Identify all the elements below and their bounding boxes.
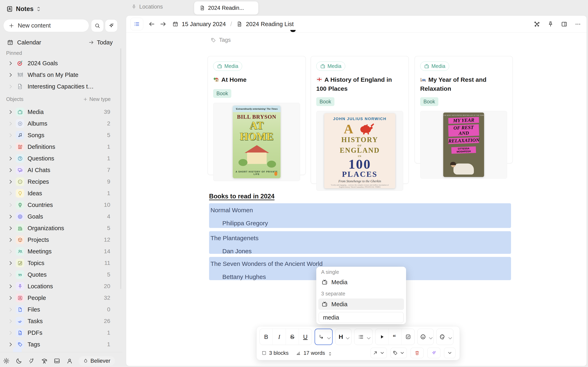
chevron-right-icon[interactable] [8, 180, 12, 184]
link-to-button[interactable] [371, 348, 387, 358]
popup-item-media-separate[interactable]: Media [318, 299, 404, 310]
sidebar-item-goals[interactable]: Goals4 [0, 211, 122, 222]
inbox-tray-icon[interactable] [51, 358, 63, 364]
chevron-right-icon[interactable] [8, 296, 12, 300]
tag-button[interactable] [390, 348, 407, 358]
new-type-button[interactable]: New type [83, 96, 111, 102]
quote-block-button[interactable]: “ [389, 329, 402, 345]
book-author[interactable]: Philippa Gregory [222, 220, 511, 227]
new-content-button[interactable]: New content [3, 19, 89, 32]
media-type-chip[interactable]: Media [213, 62, 242, 71]
chevron-right-icon[interactable] [8, 331, 12, 334]
book-title[interactable]: Normal Women [210, 207, 511, 214]
sidebar-item-countries[interactable]: Countries10 [0, 200, 122, 210]
tags-property-row[interactable]: Tags [210, 37, 231, 43]
sidebar-item-organizations[interactable]: Organizations5 [0, 223, 122, 234]
toggle-block-button[interactable] [375, 329, 389, 345]
strikethrough-button[interactable]: S [286, 329, 299, 345]
tab-locations[interactable]: Locations [131, 4, 163, 10]
card-title[interactable]: At Home [213, 76, 300, 85]
chevron-right-icon[interactable] [8, 238, 12, 242]
more-options-icon[interactable] [575, 21, 581, 27]
book-tag-chip[interactable]: Book [316, 97, 334, 106]
collapse-toolbar-button[interactable] [444, 348, 456, 358]
graph-view-icon[interactable] [534, 21, 540, 27]
pinned-item-what-s-on-my-plate[interactable]: What's on My Plate [0, 69, 122, 80]
pinned-item-interesting-capacities-thin-[interactable]: Interesting Capacities thin... [0, 81, 122, 92]
book-title[interactable]: The Seven Wonders of the Ancient World [210, 260, 511, 267]
workspace-switcher[interactable]: Notes [6, 5, 41, 13]
sidebar-item-locations[interactable]: Locations20 [0, 281, 122, 292]
chevron-right-icon[interactable] [8, 73, 12, 77]
chevron-right-icon[interactable] [8, 319, 12, 323]
sidebar-item-projects[interactable]: Projects12 [0, 234, 122, 245]
whats-new-sparkle-icon[interactable] [25, 358, 38, 364]
chevron-right-icon[interactable] [8, 261, 12, 265]
split-panel-icon[interactable] [561, 21, 568, 27]
chevron-right-icon[interactable] [8, 61, 12, 65]
section-heading[interactable]: Books to read in 2024 [209, 193, 274, 200]
sidebar-item-questions[interactable]: Questions1 [0, 153, 122, 164]
pinned-item-2024-goals[interactable]: 2024 Goals [0, 58, 122, 69]
turn-into-button[interactable] [315, 329, 333, 345]
checkbox-block-button[interactable] [402, 329, 415, 345]
ai-assist-button[interactable] [427, 348, 440, 358]
chevron-right-icon[interactable] [8, 226, 12, 230]
media-type-chip[interactable]: Media [420, 62, 449, 71]
chevron-right-icon[interactable] [8, 273, 12, 276]
forward-arrow-icon[interactable] [160, 21, 167, 27]
emoji-button[interactable] [417, 329, 434, 345]
account-user-icon[interactable] [63, 358, 76, 364]
settings-gear-icon[interactable] [0, 358, 13, 364]
chevron-right-icon[interactable] [8, 250, 12, 253]
sidebar-toggle-button[interactable] [130, 18, 143, 30]
book-tag-chip[interactable]: Book [213, 89, 231, 98]
chevron-right-icon[interactable] [8, 157, 12, 160]
selected-book-block[interactable]: Normal WomenPhilippa Gregory [209, 203, 511, 228]
sidebar-item-meetings[interactable]: Meetings14 [0, 246, 122, 257]
back-arrow-icon[interactable] [148, 21, 155, 27]
breadcrumb-title[interactable]: 2024 Reading List [246, 21, 294, 27]
chevron-right-icon[interactable] [8, 85, 12, 88]
chevron-right-icon[interactable] [8, 168, 12, 172]
sidebar-item-quotes[interactable]: 99Quotes5 [0, 269, 122, 280]
book-title[interactable]: The Plantagenets [210, 234, 511, 242]
chevron-right-icon[interactable] [8, 133, 12, 137]
sidebar-item-ai-chats[interactable]: AI Chats7 [0, 165, 122, 175]
media-type-chip[interactable]: Media [316, 62, 345, 71]
sidebar-item-definitions[interactable]: Definitions1 [0, 141, 122, 152]
sidebar-item-songs[interactable]: Songs5 [0, 130, 122, 141]
selected-book-block[interactable]: The PlantagenetsDan Jones [209, 231, 511, 254]
today-link[interactable]: Today [88, 39, 113, 46]
pin-icon[interactable] [547, 21, 554, 27]
media-card-history-england[interactable]: Media A History of England in 100 Places… [311, 56, 409, 184]
color-button[interactable] [436, 329, 453, 345]
popup-search-input[interactable] [319, 312, 404, 323]
chevron-right-icon[interactable] [8, 192, 12, 195]
sidebar-item-pdfs[interactable]: PDFPDFs1 [0, 327, 122, 338]
chevron-right-icon[interactable] [8, 342, 12, 346]
sidebar-item-ideas[interactable]: Ideas1 [0, 188, 122, 199]
search-button[interactable] [91, 19, 104, 32]
plan-badge[interactable]: Believer [78, 356, 115, 366]
media-card-at-home[interactable]: Media At Home Book 'Extraordinarily ente… [208, 56, 306, 175]
chevron-right-icon[interactable] [8, 122, 12, 125]
breadcrumb-date[interactable]: 15 January 2024 [182, 21, 226, 27]
sidebar-item-media[interactable]: Media39 [0, 106, 122, 117]
media-card-rest-relaxation[interactable]: Media My Year of Rest and Relaxation Boo… [415, 56, 513, 163]
calendar-row[interactable]: 12 Calendar Today [0, 38, 122, 47]
book-author[interactable]: Dan Jones [222, 248, 511, 255]
chevron-right-icon[interactable] [8, 215, 12, 218]
card-title[interactable]: A History of England in 100 Places [316, 76, 403, 93]
delete-button[interactable] [411, 348, 424, 358]
sidebar-item-people[interactable]: People32 [0, 292, 122, 303]
italic-button[interactable]: I [273, 329, 286, 345]
chevron-right-icon[interactable] [8, 145, 12, 149]
learn-grad-cap-icon[interactable] [38, 358, 51, 364]
underline-button[interactable]: U [299, 329, 312, 345]
heading-button[interactable]: H [335, 329, 352, 345]
book-tag-chip[interactable]: Book [420, 97, 438, 106]
popup-item-media-single[interactable]: Media [318, 276, 404, 288]
ai-button[interactable] [105, 19, 118, 32]
sidebar-item-recipes[interactable]: Recipes9 [0, 176, 122, 187]
